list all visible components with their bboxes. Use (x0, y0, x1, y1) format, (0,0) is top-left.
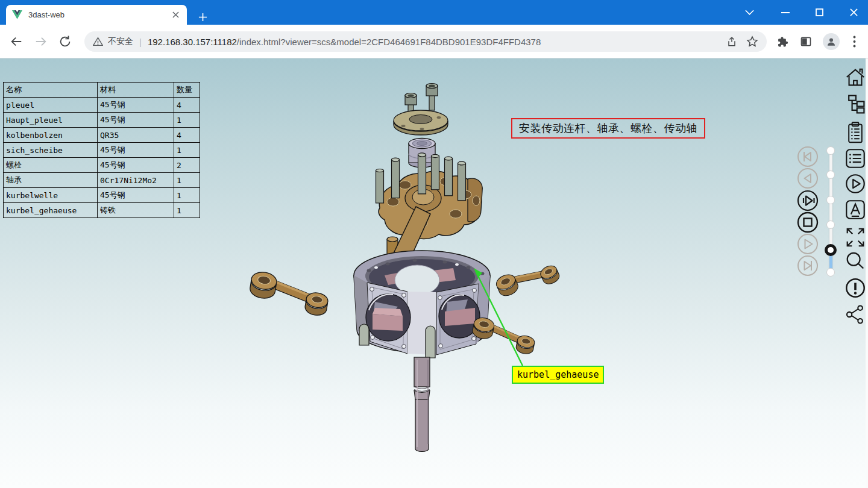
step-marker[interactable] (826, 146, 835, 155)
table-row: 螺栓45号钢2 (4, 158, 200, 173)
close-window-button[interactable] (839, 0, 868, 25)
side-panel-icon[interactable] (797, 33, 815, 51)
bom-header-qty: 数量 (174, 83, 200, 98)
part-washer (394, 110, 448, 135)
nav-toolbar: 不安全 | 192.168.30.157:11182/index.html?vi… (0, 25, 868, 58)
part-kurbelwelle-shaft (414, 357, 430, 452)
home-button[interactable] (843, 65, 868, 90)
step-back-button[interactable] (797, 167, 819, 189)
url-text: 192.168.30.157:11182/index.html?viewer=s… (148, 37, 717, 47)
table-row: 轴承0Cr17Ni12Mo21 (4, 173, 200, 188)
profile-avatar[interactable] (822, 33, 840, 51)
table-row: pleuel45号钢4 (4, 98, 200, 113)
step-marker[interactable] (826, 170, 835, 179)
titlebar: 3dast-web (0, 0, 868, 25)
viewer-viewport: 名称 材料 数量 pleuel45号钢4 Haupt_pleuel45号钢1 k… (0, 58, 868, 488)
menu-kebab-icon[interactable] (845, 33, 863, 51)
alert-button[interactable] (843, 275, 868, 301)
table-row: Haupt_pleuel45号钢1 (4, 113, 200, 128)
bom-header-material: 材料 (98, 83, 174, 98)
expand-button[interactable] (843, 225, 868, 250)
browser-window: 3dast-web (0, 0, 868, 488)
table-row: kolbenbolzenQR354 (4, 128, 200, 143)
share-page-icon[interactable] (726, 36, 738, 48)
part-pleuel-left (248, 271, 331, 317)
clipboard-button[interactable] (843, 120, 868, 145)
tab-close-icon[interactable] (170, 10, 181, 20)
tab-search-chevron-icon[interactable] (735, 0, 764, 25)
part-name-label: kurbel_gehaeuse (512, 366, 604, 384)
skip-start-button[interactable] (797, 146, 819, 167)
structure-tree-button[interactable] (843, 92, 868, 117)
part-screw-right (426, 84, 438, 111)
new-tab-button[interactable] (194, 8, 211, 25)
zoom-button[interactable] (843, 249, 868, 275)
reload-button[interactable] (57, 33, 74, 50)
part-pleuel-lower-right (470, 316, 538, 355)
bom-table: 名称 材料 数量 pleuel45号钢4 Haupt_pleuel45号钢1 k… (3, 82, 200, 218)
step-marker[interactable] (826, 196, 835, 204)
stop-button[interactable] (797, 211, 819, 233)
browser-tab[interactable]: 3dast-web (6, 5, 187, 25)
maximize-button[interactable] (805, 0, 834, 25)
url-path: /index.html?viewer=scs&model=2CFD464691F… (237, 37, 541, 47)
security-label: 不安全 (108, 36, 133, 47)
step-slider-thumb[interactable] (825, 244, 837, 256)
step-annotation: 安装传动连杆、轴承、螺栓、传动轴 (511, 118, 705, 139)
scrollbar[interactable] (866, 58, 868, 488)
back-button[interactable] (8, 33, 25, 50)
step-list-button[interactable] (843, 146, 868, 171)
part-kurbel-gehaeuse (354, 251, 490, 355)
table-row: kurbelwelle45号钢1 (4, 188, 200, 203)
separator: | (139, 37, 142, 47)
vue-favicon (12, 10, 22, 19)
bom-header-row: 名称 材料 数量 (4, 83, 200, 98)
share-model-button[interactable] (843, 302, 868, 327)
step-marker[interactable] (826, 268, 835, 277)
forward-button[interactable] (33, 33, 49, 50)
step-marker[interactable] (826, 221, 835, 229)
tab-title: 3dast-web (28, 10, 170, 19)
extensions-puzzle-icon[interactable] (773, 33, 791, 51)
play-animation-button[interactable] (843, 171, 868, 196)
table-row: kurbel_gehaeuse铸铁1 (4, 203, 200, 218)
skip-end-button[interactable] (797, 255, 819, 277)
part-pleuel-upper-right (494, 255, 561, 304)
not-secure-warning-icon (93, 37, 103, 46)
play-button[interactable] (797, 233, 819, 255)
step-play-button[interactable] (797, 190, 819, 211)
annotation-text-button[interactable] (843, 197, 868, 222)
bookmark-star-icon[interactable] (746, 36, 758, 48)
minimize-button[interactable] (771, 0, 800, 25)
url-host: 192.168.30.157:11182 (148, 37, 237, 47)
table-row: sich_scheibe45号钢1 (4, 143, 200, 158)
address-bar[interactable]: 不安全 | 192.168.30.157:11182/index.html?vi… (84, 31, 767, 52)
bom-header-name: 名称 (4, 83, 98, 98)
